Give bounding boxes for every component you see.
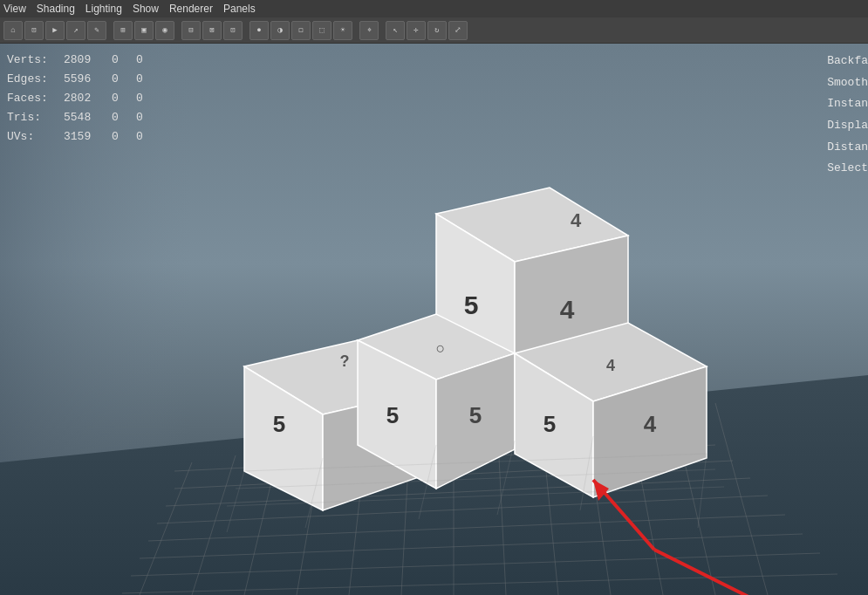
edges-label: Edges: <box>7 70 64 89</box>
edges-z1: 0 <box>112 70 136 89</box>
tris-label: Tris: <box>7 108 64 127</box>
tool-home[interactable]: ⌂ <box>3 21 23 40</box>
verts-label: Verts: <box>7 51 64 70</box>
tool-scale[interactable]: ⤢ <box>448 21 468 40</box>
uvs-label: UVs: <box>7 127 64 147</box>
svg-text:4: 4 <box>560 295 575 324</box>
tool-circle[interactable]: ◉ <box>155 21 174 40</box>
display-label: Displa <box>827 115 868 137</box>
tool-c[interactable]: ⊡ <box>223 21 243 40</box>
uvs-z1: 0 <box>112 127 136 147</box>
menu-show[interactable]: Show <box>133 3 159 15</box>
stat-tris: Tris: 5548 0 0 <box>7 108 161 127</box>
svg-text:5: 5 <box>543 411 556 437</box>
faces-value: 2802 <box>64 89 112 108</box>
tool-camera[interactable]: ⊡ <box>24 21 44 40</box>
edges-z2: 0 <box>136 70 161 89</box>
svg-text:4: 4 <box>571 209 582 231</box>
menu-view[interactable]: View <box>3 3 26 15</box>
viewport[interactable]: Verts: 2809 0 0 Edges: 5596 0 0 Faces: 2… <box>0 44 868 595</box>
tool-tex[interactable]: ⬚ <box>312 21 331 40</box>
verts-value: 2809 <box>64 51 112 70</box>
smooth-label: Smooth <box>827 72 868 94</box>
uvs-value: 3159 <box>64 127 112 147</box>
tool-snap[interactable]: ⌖ <box>359 21 379 40</box>
tool-shade[interactable]: ◑ <box>270 21 290 40</box>
svg-text:4: 4 <box>644 411 657 437</box>
stats-panel: Verts: 2809 0 0 Edges: 5596 0 0 Faces: 2… <box>7 51 161 147</box>
tris-value: 5548 <box>64 108 112 127</box>
tool-a[interactable]: ⊟ <box>181 21 201 40</box>
faces-z1: 0 <box>112 89 136 108</box>
right-labels: Backfa Smooth Instan Displa Distan Selec… <box>827 51 868 180</box>
edges-value: 5596 <box>64 70 112 89</box>
backface-label: Backfa <box>827 51 868 72</box>
menu-shading[interactable]: Shading <box>37 3 75 15</box>
tool-b[interactable]: ⊠ <box>202 21 222 40</box>
uvs-z2: 0 <box>136 127 161 147</box>
menu-lighting[interactable]: Lighting <box>85 3 122 15</box>
svg-text:5: 5 <box>386 402 399 428</box>
toolbar: ⌂ ⊡ ▶ ↗ ✎ ⊞ ▣ ◉ ⊟ ⊠ ⊡ ● ◑ ◻ ⬚ ☀ ⌖ ↖ ✛ ↻ … <box>0 17 868 44</box>
svg-text:5: 5 <box>464 291 479 319</box>
svg-text:5: 5 <box>469 402 482 428</box>
faces-z2: 0 <box>136 89 161 108</box>
distance-label: Distan <box>827 137 868 159</box>
svg-text:5: 5 <box>273 411 285 437</box>
tool-sphere[interactable]: ● <box>249 21 269 40</box>
stat-uvs: UVs: 3159 0 0 <box>7 127 161 147</box>
tool-box[interactable]: ▣ <box>134 21 154 40</box>
stat-faces: Faces: 2802 0 0 <box>7 89 161 108</box>
tool-wire[interactable]: ◻ <box>291 21 311 40</box>
tool-3[interactable]: ▶ <box>45 21 65 40</box>
verts-z2: 0 <box>136 51 161 70</box>
tool-4[interactable]: ↗ <box>66 21 85 40</box>
select-label: Select <box>827 158 868 180</box>
menu-renderer[interactable]: Renderer <box>169 3 213 15</box>
verts-z1: 0 <box>112 51 136 70</box>
tool-5[interactable]: ✎ <box>87 21 106 40</box>
stat-edges: Edges: 5596 0 0 <box>7 70 161 89</box>
instance-label: Instan <box>827 93 868 115</box>
svg-text:?: ? <box>340 352 350 370</box>
tris-z1: 0 <box>112 108 136 127</box>
menu-bar: View Shading Lighting Show Renderer Pane… <box>0 0 868 17</box>
menu-panels[interactable]: Panels <box>223 3 256 15</box>
svg-text:○: ○ <box>436 339 446 357</box>
tris-z2: 0 <box>136 108 161 127</box>
faces-label: Faces: <box>7 89 64 108</box>
tool-grid[interactable]: ⊞ <box>113 21 133 40</box>
tool-move[interactable]: ✛ <box>407 21 426 40</box>
stat-verts: Verts: 2809 0 0 <box>7 51 161 70</box>
tool-select[interactable]: ↖ <box>386 21 405 40</box>
svg-text:4: 4 <box>606 357 615 374</box>
tool-rotate[interactable]: ↻ <box>427 21 447 40</box>
tool-light[interactable]: ☀ <box>333 21 352 40</box>
